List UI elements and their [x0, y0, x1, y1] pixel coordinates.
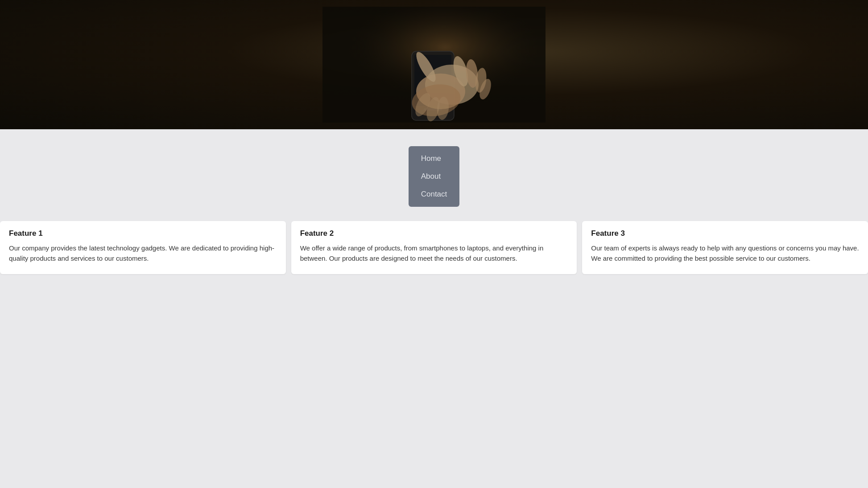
feature-3-title: Feature 3 — [591, 229, 859, 238]
feature-card-1: Feature 1 Our company provides the lates… — [0, 221, 286, 274]
hero-background — [0, 0, 868, 129]
nav-item-home[interactable]: Home — [409, 150, 460, 168]
feature-card-3: Feature 3 Our team of experts is always … — [582, 221, 868, 274]
feature-1-title: Feature 1 — [9, 229, 277, 238]
nav-section: Home About Contact — [0, 129, 868, 221]
feature-2-title: Feature 2 — [300, 229, 568, 238]
nav-item-contact[interactable]: Contact — [409, 185, 460, 203]
feature-card-2: Feature 2 We offer a wide range of produ… — [291, 221, 577, 274]
feature-1-desc: Our company provides the latest technolo… — [9, 243, 277, 263]
features-grid: Feature 1 Our company provides the lates… — [0, 221, 868, 292]
main-nav: Home About Contact — [409, 146, 460, 207]
hero-illustration — [322, 7, 546, 123]
feature-2-desc: We offer a wide range of products, from … — [300, 243, 568, 263]
hero-banner — [0, 0, 868, 129]
feature-3-desc: Our team of experts is always ready to h… — [591, 243, 859, 263]
nav-item-about[interactable]: About — [409, 168, 460, 185]
